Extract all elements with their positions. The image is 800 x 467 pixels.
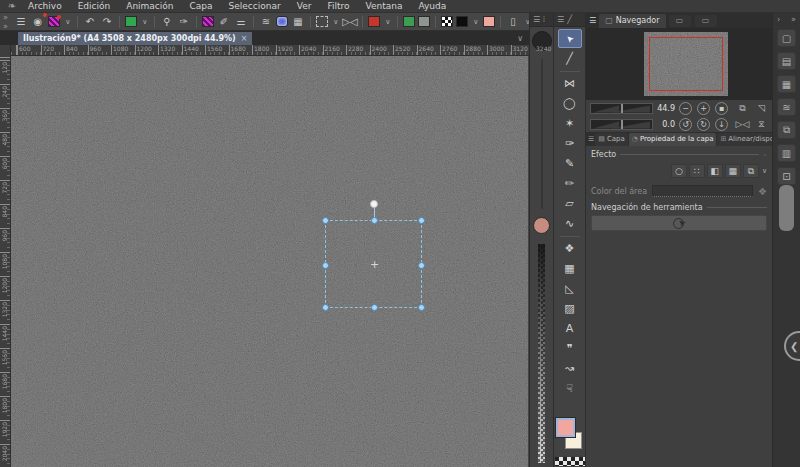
main-color-swatch[interactable] xyxy=(556,418,575,437)
tool-palette-tab-icon[interactable]: ╱ xyxy=(567,15,572,24)
menu-capa[interactable]: Capa xyxy=(182,0,221,12)
black-swatch-icon-dropdown[interactable]: ∨ xyxy=(472,18,480,26)
navigator-thumbnail[interactable] xyxy=(644,32,728,96)
lasso-tool[interactable]: ◯ xyxy=(558,94,582,113)
pencil-tool[interactable]: ✏ xyxy=(558,174,582,193)
blend-tool[interactable]: ∿ xyxy=(558,214,582,233)
expression-color-icon[interactable]: ⧉ xyxy=(743,164,759,178)
close-document-icon[interactable]: × xyxy=(241,34,248,43)
navigator-extra-tab-1[interactable]: ▭ xyxy=(669,15,691,27)
selection-handle[interactable] xyxy=(371,304,378,311)
dock-layer-search-icon[interactable]: ⧉ xyxy=(777,121,796,139)
decoration-tool[interactable]: ▦ xyxy=(558,259,582,278)
tab-list-dropdown-icon[interactable]: ∨ xyxy=(517,34,523,43)
menu-edicin[interactable]: Edición xyxy=(70,0,119,12)
effect-collapse-icon[interactable]: ◦ xyxy=(763,151,767,159)
tab-capa[interactable]: ▤Capa xyxy=(595,133,628,146)
zoom-loupe-icon[interactable]: ⚲ xyxy=(160,15,174,28)
zoom-out-button[interactable]: − xyxy=(679,102,692,115)
app-logo-icon[interactable]: ❧ xyxy=(4,1,20,11)
navigator-view-rectangle[interactable] xyxy=(649,37,723,91)
selection-handle[interactable] xyxy=(371,217,378,224)
color-slider-tab-icon[interactable]: ⦙ xyxy=(543,15,545,25)
panels-grid-icon[interactable]: ▦ xyxy=(291,15,305,28)
dock-subview-icon[interactable]: ▤ xyxy=(777,52,796,70)
screen-settings-icon[interactable]: ◉ xyxy=(31,15,45,28)
panel-menu-icon[interactable]: ☰ xyxy=(588,135,594,143)
line-tool[interactable]: ╱ xyxy=(558,49,582,68)
red-swatch-icon-dropdown[interactable]: ∨ xyxy=(384,18,392,26)
dock-collapse-icon[interactable]: » xyxy=(791,15,796,24)
pen-correction-icon[interactable]: ✐ xyxy=(217,15,231,28)
reset-display-button[interactable]: ⧖ xyxy=(755,118,768,131)
eraser-tool[interactable]: ▱ xyxy=(558,194,582,213)
tool-navigation-button[interactable]: ➤ xyxy=(591,215,767,231)
selection-handle[interactable] xyxy=(322,262,329,269)
figure-ruler-tool[interactable]: ◺ xyxy=(558,279,582,298)
selection-green-icon-dropdown[interactable]: ∨ xyxy=(141,18,149,26)
balloon-tool[interactable]: ❞ xyxy=(558,339,582,358)
pattern-brush-icon-dropdown[interactable]: ∨ xyxy=(64,18,72,26)
dock-expand-icon[interactable]: › xyxy=(777,15,780,24)
eyedropper-icon[interactable]: ✑ xyxy=(177,15,191,28)
selection-handle[interactable] xyxy=(418,304,425,311)
selection-handle[interactable] xyxy=(418,217,425,224)
dock-layer-icon[interactable]: ≋ xyxy=(777,98,796,116)
hand-tool[interactable]: ☟ xyxy=(558,379,582,398)
material-palette-handle[interactable]: ❮ xyxy=(784,331,800,361)
auto-select-tool[interactable]: ✶ xyxy=(558,114,582,133)
menu-animacin[interactable]: Animación xyxy=(118,0,181,12)
extract-lines-effect-icon[interactable]: ▦ xyxy=(725,164,741,178)
tool-palette-menu-icon[interactable]: ☰ xyxy=(557,15,564,24)
palette-menu-icon[interactable]: ☰ xyxy=(533,15,540,24)
navigator-menu-icon[interactable]: ☰ xyxy=(589,16,596,25)
color-slider-track[interactable] xyxy=(541,59,543,209)
rotate-left-button[interactable]: ↺ xyxy=(679,118,692,131)
dock-scrollbar-thumb[interactable] xyxy=(779,185,794,231)
zoom-in-button[interactable]: + xyxy=(697,102,710,115)
fit-screen-button[interactable]: ◹ xyxy=(755,102,768,115)
canvas[interactable]: + xyxy=(11,56,529,467)
operation-tool[interactable]: ➤ xyxy=(558,29,582,48)
menu-archivo[interactable]: Archivo xyxy=(20,0,70,12)
object-selection-box[interactable]: + xyxy=(325,220,422,308)
checker-swatch-icon[interactable] xyxy=(441,16,453,27)
pen-tool[interactable]: ✎ xyxy=(558,154,582,173)
workspace-icon[interactable]: ▯ xyxy=(506,15,520,28)
green-swatch-icon[interactable] xyxy=(403,16,415,27)
rotation-slider[interactable] xyxy=(590,119,653,130)
rotation-handle[interactable] xyxy=(370,200,378,208)
glow-square-icon[interactable] xyxy=(276,16,288,27)
text-tool[interactable]: A xyxy=(558,319,582,338)
current-color-circle[interactable] xyxy=(533,217,550,234)
border-effect-icon[interactable]: ○ xyxy=(671,164,687,178)
layer-color-effect-icon[interactable]: ◧ xyxy=(707,164,723,178)
zoom-100-button[interactable]: ▪ xyxy=(715,102,728,115)
tone-effect-icon[interactable]: ∷ xyxy=(689,164,705,178)
toolbar-collapse-icon[interactable]: » » xyxy=(3,13,9,31)
dock-item-bank-icon[interactable]: ▦ xyxy=(777,75,796,93)
zoom-slider[interactable] xyxy=(590,103,653,114)
selection-handle[interactable] xyxy=(322,217,329,224)
dock-layer-property-icon[interactable]: ▥ xyxy=(777,144,796,162)
tool-settings-icon[interactable]: ⚌ xyxy=(234,15,248,28)
menu-ayuda[interactable]: Ayuda xyxy=(410,0,454,12)
menu-ventana[interactable]: Ventana xyxy=(357,0,410,12)
redo-icon[interactable]: ↷ xyxy=(100,15,114,28)
salmon-swatch-icon[interactable] xyxy=(483,16,495,27)
selection-green-icon[interactable] xyxy=(125,16,137,27)
tab-alinear-disponer[interactable]: ⊞Alinear/disponer xyxy=(717,133,772,146)
layers-icon[interactable]: ≋ xyxy=(259,15,273,28)
menu-seleccionar[interactable]: Seleccionar xyxy=(221,0,289,12)
black-swatch-icon[interactable] xyxy=(456,16,468,27)
area-color-input[interactable] xyxy=(652,185,753,197)
gray-swatch-icon[interactable] xyxy=(418,16,430,27)
rotate-right-button[interactable]: ↻ xyxy=(697,118,710,131)
flip-horizontal-icon[interactable]: ▷◁ xyxy=(343,15,357,28)
transparent-color-swatch[interactable] xyxy=(555,457,585,466)
pattern-brush-icon[interactable] xyxy=(48,16,60,27)
dock-navigator-icon[interactable]: ▢ xyxy=(777,29,796,47)
red-swatch-icon[interactable] xyxy=(368,16,380,27)
dock-material-icon[interactable]: ⊡ xyxy=(777,167,796,185)
tab-navegador[interactable]: ▢ Navegador xyxy=(599,14,665,28)
